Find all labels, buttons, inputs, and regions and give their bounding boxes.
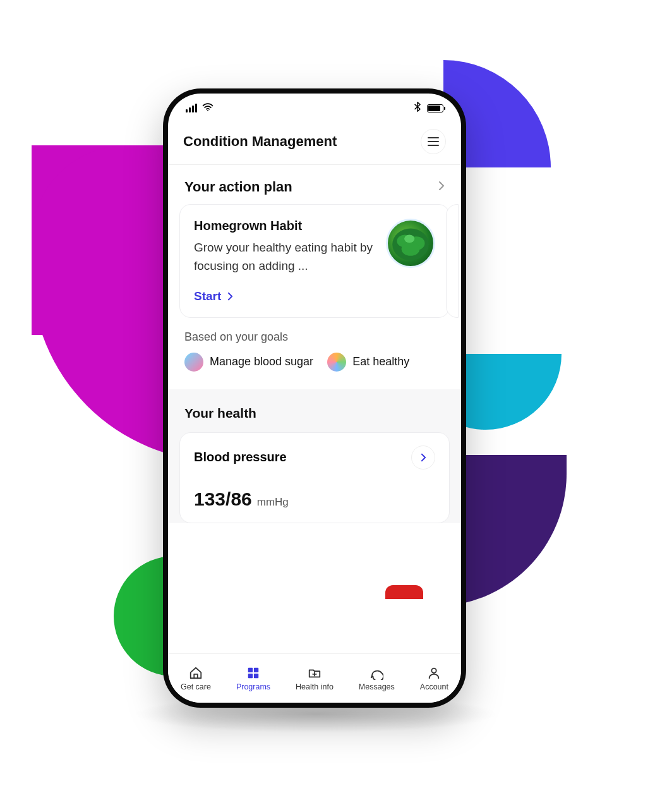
grid-icon [246, 666, 260, 680]
start-button[interactable]: Start [194, 289, 233, 303]
svg-point-15 [432, 668, 436, 672]
blood-pressure-card[interactable]: Blood pressure 133/86 mmHg [179, 432, 450, 523]
start-label: Start [194, 289, 221, 303]
your-health-section: Your health Blood pressure 133/86 mmHg [168, 389, 461, 523]
content-scroll[interactable]: Your action plan Homegrown Habit Grow yo… [168, 165, 461, 653]
action-plan-heading: Your action plan [184, 179, 292, 195]
card-title: Homegrown Habit [194, 219, 377, 233]
tab-get-care[interactable]: Get care [181, 666, 211, 691]
bottom-tab-bar: Get care Programs Health info Messages A… [168, 653, 461, 703]
spinach-image [386, 219, 435, 268]
phone-screen: Condition Management Your action plan Ho… [168, 94, 461, 703]
chevron-right-icon [227, 292, 233, 301]
goals-section: Based on your goals Manage blood sugar E… [179, 318, 450, 377]
tab-label: Account [420, 682, 448, 691]
folder-plus-icon [308, 666, 321, 680]
tab-messages[interactable]: Messages [359, 666, 395, 691]
blood-pressure-reading: 133/86 mmHg [194, 488, 435, 510]
cell-signal-icon [186, 104, 197, 112]
status-badge-high [385, 585, 423, 599]
tab-label: Get care [181, 682, 211, 691]
tab-health-info[interactable]: Health info [296, 666, 334, 691]
action-plan-card[interactable]: Homegrown Habit Grow your healthy eating… [179, 204, 450, 318]
wifi-icon [202, 102, 213, 114]
svg-rect-10 [254, 667, 258, 672]
app-header: Condition Management [168, 123, 461, 164]
svg-point-0 [207, 110, 208, 111]
svg-rect-11 [248, 673, 253, 677]
home-icon [189, 666, 203, 680]
chevron-right-icon [438, 181, 445, 193]
svg-point-7 [402, 242, 420, 256]
battery-icon [427, 104, 443, 112]
tab-programs[interactable]: Programs [236, 666, 270, 691]
goals-label: Based on your goals [184, 330, 445, 344]
goal-chip-blood-sugar[interactable]: Manage blood sugar [184, 353, 313, 372]
health-card-title: Blood pressure [194, 450, 287, 464]
goal-chip-eat-healthy[interactable]: Eat healthy [327, 353, 409, 372]
next-card-peek[interactable] [446, 204, 459, 318]
bp-value: 133/86 [194, 488, 252, 510]
hamburger-icon [428, 137, 439, 146]
bp-unit: mmHg [257, 496, 289, 509]
goal-icon-runner [184, 353, 203, 372]
goal-icon-palette [327, 353, 346, 372]
page-title: Condition Management [183, 133, 337, 150]
chevron-right-icon [421, 453, 426, 462]
menu-button[interactable] [421, 129, 446, 154]
tab-account[interactable]: Account [420, 666, 448, 691]
goal-label: Eat healthy [352, 355, 409, 368]
phone-frame: Condition Management Your action plan Ho… [163, 88, 466, 708]
card-body: Grow your healthy eating habit by focusi… [194, 238, 377, 276]
svg-rect-12 [254, 673, 258, 677]
chat-icon [370, 666, 383, 680]
goal-label: Manage blood sugar [210, 355, 313, 368]
tab-label: Programs [236, 682, 270, 691]
svg-point-8 [404, 235, 414, 243]
bluetooth-icon [414, 102, 421, 114]
svg-rect-9 [248, 667, 253, 672]
status-bar [168, 94, 461, 123]
person-icon [427, 666, 441, 680]
tab-label: Messages [359, 682, 395, 691]
your-health-heading: Your health [184, 406, 445, 421]
tab-label: Health info [296, 682, 334, 691]
blood-pressure-detail-button[interactable] [411, 445, 435, 470]
action-plan-header[interactable]: Your action plan [179, 165, 450, 204]
